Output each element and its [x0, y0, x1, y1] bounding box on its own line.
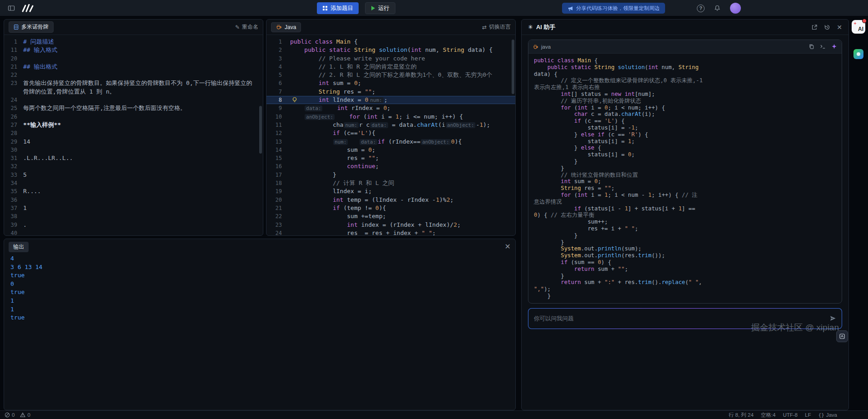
markdown-text: ## 输出格式 [23, 63, 263, 71]
code-line[interactable]: 14 sum = 0; [266, 146, 515, 154]
ai-chat-input[interactable] [534, 315, 826, 322]
markdown-line[interactable]: 38 [4, 212, 263, 220]
code-line[interactable]: 15 res = ""; [266, 154, 515, 162]
markdown-line[interactable]: 34 [4, 179, 263, 187]
markdown-line[interactable]: 11## 输入格式 [4, 46, 263, 54]
markdown-line[interactable]: 21## 输出格式 [4, 63, 263, 71]
code-line[interactable]: 17 } [266, 171, 515, 179]
markdown-line[interactable]: 35R.... [4, 187, 263, 195]
code-line[interactable]: 16 continue; [266, 162, 515, 170]
avatar[interactable] [730, 3, 741, 14]
markdown-text: 1 [23, 204, 263, 212]
java-coffee-icon [533, 44, 538, 50]
code-editor[interactable]: 1public class Main {2 public static Stri… [266, 35, 515, 236]
warning-count[interactable]: 0 [20, 412, 30, 418]
markdown-line[interactable]: 2914 [4, 138, 263, 146]
code-line[interactable]: 18 // 计算 R 和 L 之间 [266, 179, 515, 187]
markdown-line[interactable]: 371 [4, 204, 263, 212]
code-scrollbar[interactable] [512, 40, 514, 94]
markdown-line[interactable]: 335 [4, 171, 263, 179]
markdown-editor[interactable]: 1# 问题描述11## 输入格式2021## 输出格式2223首先输出保持竖立的… [4, 35, 263, 236]
ai-code-line: // 遍历字符串,初始化骨牌状态 [534, 98, 703, 105]
code-line[interactable]: 23 int index = (rIndex + lIndex)/2; [266, 221, 515, 229]
code-line[interactable]: 5 // 2. R 和 L 之间的下标之差单数为1个、0、双数、无穷为0个 [266, 71, 515, 79]
add-question-button[interactable]: 添加题目 [317, 2, 359, 14]
markdown-line[interactable]: 25每两个数之间用一个空格隔开,注意最后一个数后面没有空格。 [4, 104, 263, 112]
sidebar-toggle-icon[interactable] [5, 2, 17, 14]
floating-assistant-button[interactable] [836, 330, 848, 342]
code-line[interactable]: 12 if (c=='L'){ [266, 129, 515, 137]
code-line[interactable]: 8 int lIndex = 0num:; [266, 96, 515, 104]
code-line[interactable]: 21 if (temp != 0){ [266, 204, 515, 212]
markdown-line[interactable]: 23首先输出保持竖立的骨牌数目。如果保持竖立的骨牌数目不为 0,下一行输出保持竖… [4, 79, 263, 96]
indent-setting[interactable]: 空格:4 [761, 412, 776, 419]
markdown-text: # 问题描述 [23, 38, 263, 46]
export-icon[interactable] [811, 24, 818, 30]
error-count[interactable]: 0 [5, 412, 15, 418]
code-line[interactable]: 22 sum +=temp; [266, 212, 515, 220]
markdown-text [23, 229, 263, 236]
line-number: 11 [266, 121, 290, 129]
output-badge: 输出 [9, 242, 29, 252]
code-line[interactable]: 13 num: data:if (rIndex==anObject:0){ [266, 138, 515, 146]
markdown-text [23, 196, 263, 204]
markdown-line[interactable]: 24 [4, 96, 263, 104]
code-line[interactable]: 2 public static String solution(int num,… [266, 46, 515, 54]
code-text: public class Main { [290, 38, 358, 45]
language-mode[interactable]: {} Java [818, 412, 837, 418]
code-line[interactable]: 9 data: int rIndex = 0; [266, 104, 515, 112]
output-panel-header: 输出 ✕ [4, 239, 515, 254]
run-button[interactable]: 运行 [365, 2, 395, 14]
code-line[interactable]: 24 res = res + index + " "; [266, 229, 515, 236]
ai-code-line: status[i] = -1; [534, 125, 703, 131]
markdown-line[interactable]: 27**输入样例** [4, 121, 263, 129]
tab-java[interactable]: Java [271, 22, 301, 32]
code-line[interactable]: 4 // 1. L 和 R 之间的肯定是竖立的 [266, 63, 515, 71]
markdown-scrollbar[interactable] [259, 106, 262, 154]
insert-code-icon[interactable] [820, 44, 826, 50]
ai-code-line: if (c == 'L') { [534, 118, 703, 125]
rename-button[interactable]: ✎ 重命名 [235, 23, 258, 31]
code-line[interactable]: 20 int temp = (lIndex - rIndex -1)%2; [266, 196, 515, 204]
markdown-line[interactable]: 40 [4, 229, 263, 236]
close-ai-icon[interactable]: ✕ [837, 24, 842, 31]
markdown-title-badge[interactable]: 多米诺骨牌 [9, 21, 54, 33]
markdown-line[interactable]: 22 [4, 71, 263, 79]
markdown-line[interactable]: 26 [4, 113, 263, 121]
code-line[interactable]: 3 // Please write your code here [266, 55, 515, 63]
markdown-line[interactable]: 32 [4, 162, 263, 170]
markdown-line[interactable]: 31.L.R...LR..L.. [4, 154, 263, 162]
bell-icon[interactable] [714, 5, 721, 12]
code-line[interactable]: 6 int sum = 0; [266, 79, 515, 87]
app-logo[interactable] [21, 4, 35, 12]
markdown-line[interactable]: 1# 问题描述 [4, 38, 263, 46]
code-line[interactable]: 7 String res = ""; [266, 88, 515, 96]
code-line[interactable]: 11 chanum:r cdata: = data.charAt(ianObje… [266, 121, 515, 129]
markdown-line[interactable]: 20 [4, 55, 263, 63]
code-line[interactable]: 19 lIndex = i; [266, 187, 515, 195]
quickfix-bulb-icon[interactable] [292, 97, 297, 103]
cursor-position[interactable]: 行 8, 列 24 [729, 412, 754, 419]
plugin-icon[interactable] [853, 49, 863, 59]
markdown-line[interactable]: 36 [4, 196, 263, 204]
copy-icon[interactable] [809, 44, 814, 50]
encoding-setting[interactable]: UTF-8 [783, 412, 798, 418]
eol-setting[interactable]: LF [805, 412, 811, 418]
close-output-icon[interactable]: ✕ [505, 243, 511, 250]
help-icon[interactable]: ? [697, 5, 705, 12]
code-line[interactable]: 1public class Main { [266, 38, 515, 46]
markdown-line[interactable]: 28 [4, 129, 263, 137]
markdown-line[interactable]: 30 [4, 146, 263, 154]
promo-banner[interactable]: 分享代码练习体验，领限量定制周边 [562, 3, 665, 14]
send-icon[interactable] [829, 315, 836, 322]
ai-assistant-toggle-button[interactable]: AI [852, 20, 865, 34]
code-line[interactable]: 10 anObject: for (int i = 1; i <= num; i… [266, 113, 515, 121]
ai-code-line: if (sum == 0) { [534, 259, 703, 266]
ai-code-line: } else if (c == 'R') { [534, 131, 703, 138]
switch-language-button[interactable]: ⇄ 切换语言 [482, 23, 511, 31]
ai-magic-icon[interactable] [831, 44, 837, 50]
history-icon[interactable] [824, 24, 830, 30]
line-number: 14 [266, 146, 290, 154]
markdown-panel-header: 多米诺骨牌 ✎ 重命名 [4, 20, 263, 35]
markdown-line[interactable]: 39. [4, 221, 263, 229]
